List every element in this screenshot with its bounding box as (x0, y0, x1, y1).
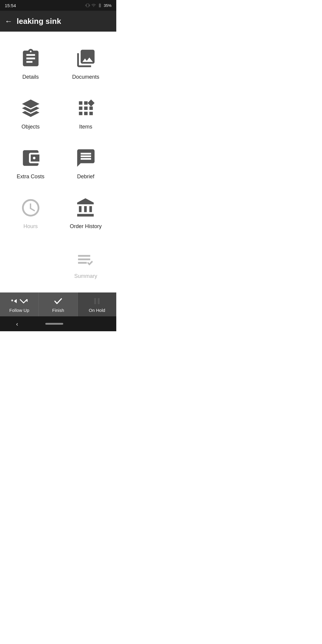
status-icons: 35% (85, 3, 112, 8)
documents-svg (75, 48, 96, 69)
back-button[interactable]: ← (5, 17, 13, 26)
clock-icon (19, 196, 43, 220)
follow-up-icon (10, 296, 28, 306)
menu-item-empty (3, 237, 58, 287)
summary-svg (75, 247, 96, 268)
details-svg (20, 48, 41, 69)
finish-label: Finish (52, 308, 64, 313)
objects-svg (20, 98, 41, 119)
items-label: Items (79, 124, 92, 130)
nav-back-button[interactable]: ‹ (16, 321, 18, 327)
battery-percent: 35% (104, 3, 112, 8)
clipboard-icon (19, 47, 43, 70)
vibrate-icon (85, 3, 90, 8)
wallet-icon (19, 146, 43, 170)
nav-home-pill[interactable] (45, 323, 63, 325)
debrief-label: Debrief (77, 174, 94, 180)
order-history-svg (75, 197, 96, 218)
objects-label: Objects (21, 124, 40, 130)
svg-rect-4 (98, 298, 100, 304)
details-label: Details (22, 74, 39, 80)
debrief-icon (74, 146, 98, 170)
items-svg (75, 98, 96, 119)
status-time: 15:54 (5, 3, 16, 8)
extra-costs-label: Extra Costs (17, 174, 44, 180)
items-icon (74, 96, 98, 120)
follow-up-label: Follow Up (9, 308, 29, 313)
documents-icon (74, 47, 98, 70)
wifi-icon (91, 3, 96, 8)
extra-costs-svg (20, 148, 41, 168)
order-history-label: Order History (70, 223, 102, 230)
menu-item-order-history[interactable]: Order History (58, 187, 113, 237)
menu-item-debrief[interactable]: Debrief (58, 137, 113, 187)
check-icon (53, 296, 63, 306)
menu-item-hours[interactable]: Hours (3, 187, 58, 237)
documents-label: Documents (72, 74, 99, 80)
page-title: leaking sink (17, 17, 61, 26)
pause-icon (92, 296, 102, 306)
menu-grid: Details Documents Objects (3, 38, 113, 287)
battery-icon (97, 3, 103, 8)
hours-label: Hours (23, 223, 38, 230)
debrief-svg (75, 148, 96, 168)
svg-rect-3 (94, 298, 96, 304)
svg-marker-0 (87, 100, 94, 106)
menu-item-documents[interactable]: Documents (58, 38, 113, 87)
menu-item-items[interactable]: Items (58, 87, 113, 137)
objects-icon (19, 96, 43, 120)
summary-label: Summary (74, 273, 97, 279)
follow-up-button[interactable]: Follow Up (0, 292, 39, 316)
finish-button[interactable]: Finish (39, 292, 78, 316)
menu-item-details[interactable]: Details (3, 38, 58, 87)
menu-item-summary[interactable]: Summary (58, 237, 113, 287)
summary-icon (74, 246, 98, 270)
hours-svg (20, 197, 41, 218)
bank-icon (74, 196, 98, 220)
on-hold-button[interactable]: On Hold (78, 292, 116, 316)
nav-bar: ‹ (0, 316, 116, 331)
header: ← leaking sink (0, 11, 116, 32)
menu-item-objects[interactable]: Objects (3, 87, 58, 137)
on-hold-label: On Hold (89, 308, 105, 313)
action-bar: Follow Up Finish On Hold (0, 292, 116, 316)
main-content: Details Documents Objects (0, 32, 116, 290)
status-bar: 15:54 35% (0, 0, 116, 11)
menu-item-extra-costs[interactable]: Extra Costs (3, 137, 58, 187)
